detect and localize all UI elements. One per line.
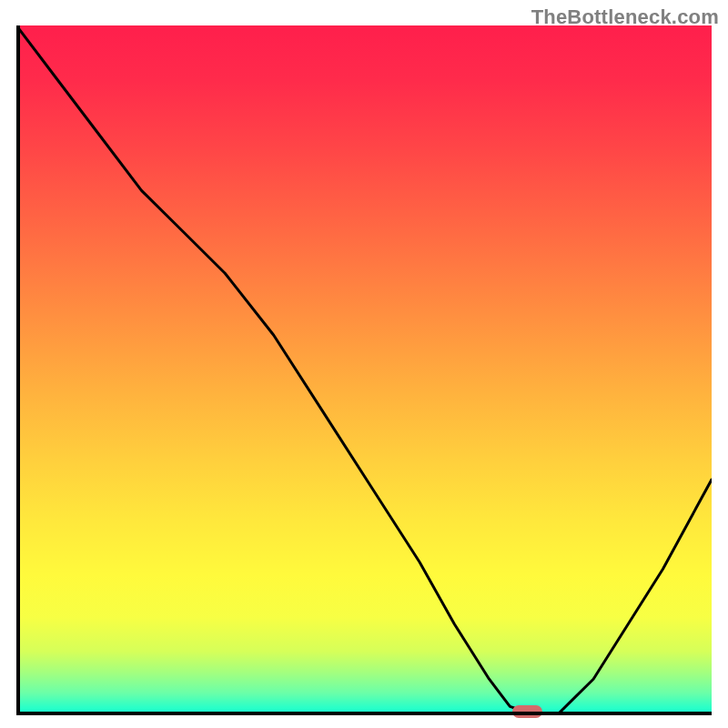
bottleneck-curve <box>16 25 712 713</box>
y-axis <box>16 25 20 713</box>
x-axis <box>16 712 712 715</box>
watermark-text: TheBottleneck.com <box>531 5 719 29</box>
chart-container: TheBottleneck.com <box>0 0 728 728</box>
